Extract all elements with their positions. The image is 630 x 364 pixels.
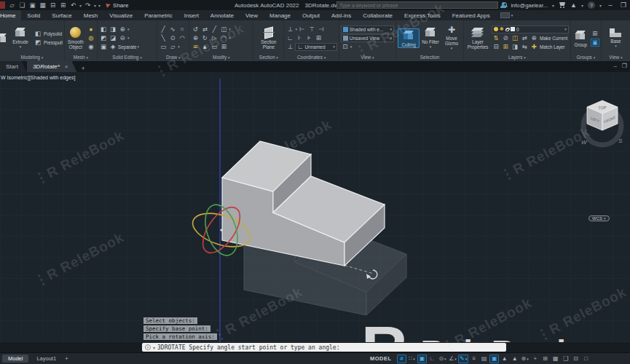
tab-express-tools[interactable]: Express Tools	[398, 10, 446, 20]
undo-icon[interactable]: ↶	[69, 1, 77, 9]
line-tool-icon[interactable]: ╱	[159, 25, 168, 33]
arc-tool-icon[interactable]: ◠	[178, 34, 186, 42]
panel-label-modify[interactable]: Modify ▾	[189, 54, 253, 61]
plot-icon[interactable]: ⊟	[49, 1, 57, 9]
dynamic-input-icon[interactable]: ▣	[417, 355, 427, 363]
ucs-tool-icon[interactable]: ⊧	[304, 34, 313, 42]
tab-add-ins[interactable]: Add-ins	[326, 10, 357, 20]
command-prompt-text[interactable]: 3DROTATE Specify angle start point or ty…	[157, 344, 339, 351]
modify-dropdown-icon[interactable]: ▾	[229, 36, 231, 40]
draw-dropdown-icon[interactable]: ▾	[178, 44, 180, 49]
panel-label-layers[interactable]: Layers ▾	[464, 54, 570, 61]
tab-surface[interactable]: Surface	[46, 10, 78, 20]
section-plane-button[interactable]: Section Plane	[256, 27, 282, 50]
isometric-drafting-icon[interactable]: ∠▾	[448, 355, 457, 363]
layer-tool-icon[interactable]: ⇆	[520, 43, 529, 51]
modify-tool-icon[interactable]: ↺	[191, 25, 200, 33]
tab-solid[interactable]: Solid	[21, 10, 46, 20]
panel-label-selection[interactable]: Selection	[396, 54, 463, 61]
layer-tool-icon[interactable]: ⇄	[520, 34, 529, 42]
restore-button[interactable]: ❐	[619, 1, 628, 9]
account-name[interactable]: info@gaelear...	[511, 2, 548, 9]
polysolid-button[interactable]: ◧ Polysolid	[34, 30, 63, 38]
tab-visualize[interactable]: Visualize	[103, 10, 138, 20]
draw-tool-icon[interactable]: ▱	[168, 43, 177, 51]
modify-tool-icon[interactable]: ▷	[210, 34, 218, 42]
ucs-tool-icon[interactable]: ∟	[286, 34, 294, 42]
isolate-objects-icon[interactable]: ❑	[561, 355, 570, 363]
smooth-object-button[interactable]: Smooth Object	[66, 26, 85, 50]
extrude-button[interactable]: Extrude ▾	[9, 26, 32, 50]
draw-tool-icon[interactable]: ╲	[159, 34, 168, 42]
redo-icon[interactable]: ↷	[84, 1, 92, 9]
viewport-config-dropdown-icon[interactable]: ▾	[350, 44, 353, 49]
panel-label-modeling[interactable]: Modeling ▾	[0, 54, 64, 61]
redo-dropdown-icon[interactable]: ▾	[94, 3, 96, 8]
units-icon[interactable]: ⊞	[540, 355, 550, 363]
model-space-tab[interactable]: Model	[2, 355, 28, 363]
viewport-config-icon[interactable]: ⊡	[341, 43, 350, 51]
graphics-performance-icon[interactable]: ⊡	[571, 355, 580, 363]
visual-style-dropdown[interactable]: Shaded with e... ▾	[341, 25, 394, 33]
tab-view[interactable]: View	[240, 10, 264, 20]
annotation-visibility-icon[interactable]: ▲	[500, 355, 509, 363]
ucs-tool-icon[interactable]: ⊦	[295, 34, 304, 42]
qat-customize-icon[interactable]: ▾	[98, 3, 101, 8]
panel-label-view-left[interactable]: View ▾	[339, 54, 395, 61]
group-button[interactable]: Group	[572, 29, 589, 47]
drawing-viewport[interactable]: W Isometric][Shaded with edges]	[0, 72, 630, 342]
clean-screen-icon[interactable]: □	[581, 355, 591, 363]
help-icon[interactable]: ?	[588, 1, 595, 9]
undo-dropdown-icon[interactable]: ▾	[79, 3, 82, 8]
panel-label-solid-editing[interactable]: Solid Editing ▾	[98, 54, 157, 61]
account-dropdown-icon[interactable]: ▾	[552, 3, 554, 8]
file-tab-start[interactable]: Start	[0, 61, 27, 72]
no-filter-button[interactable]: No Filter ▾	[420, 26, 441, 50]
share-button[interactable]: Share	[106, 2, 128, 9]
save-icon[interactable]: ▣	[28, 1, 36, 9]
search-input[interactable]	[337, 3, 497, 8]
ucs-name-dropdown[interactable]: ∟ Unnamed ▾	[295, 43, 336, 51]
tab-manage[interactable]: Manage	[264, 10, 296, 20]
tab-output[interactable]: Output	[296, 10, 326, 20]
solid-edit-icon[interactable]: ◪	[109, 34, 117, 42]
ortho-mode-icon[interactable]: ∟	[428, 355, 437, 363]
layer-tool-icon[interactable]: ⇅	[492, 34, 500, 42]
tab-parametric[interactable]: Parametric	[138, 10, 178, 20]
layer-dropdown[interactable]: ✱ 0 ▾	[492, 25, 569, 33]
tab-mesh[interactable]: Mesh	[78, 10, 104, 20]
panel-label-mesh[interactable]: Mesh ▾	[65, 54, 97, 61]
solid-edit-icon[interactable]: ◧	[99, 25, 108, 33]
new-file-icon[interactable]: ▱	[8, 1, 16, 9]
modify-tool-icon[interactable]: ▭	[210, 43, 218, 51]
separate-button[interactable]: ▣ ◈ Separate ▾	[99, 43, 139, 51]
tab-annotate[interactable]: Annotate	[205, 10, 240, 20]
draw-tool-icon[interactable]: ⊙	[168, 34, 177, 42]
modify-tool-icon[interactable]: ⊞	[219, 43, 228, 51]
modify-tool-icon[interactable]: ╱	[210, 25, 218, 33]
layer-tool-icon[interactable]: ⊟	[492, 43, 500, 51]
solid-edit-icon[interactable]: ◨	[109, 25, 117, 33]
make-current-button[interactable]: ⊕ Make Current	[529, 34, 567, 42]
modify-tool-icon[interactable]: ▲	[200, 43, 209, 51]
print-icon[interactable]: ⊞	[59, 1, 67, 9]
cart-icon[interactable]	[559, 2, 566, 8]
ucs-tool-icon[interactable]: ⊣	[317, 25, 326, 33]
tab-featured-apps[interactable]: Featured Apps	[446, 10, 496, 20]
modify-tool-icon[interactable]: ◫	[219, 25, 228, 33]
named-view-dropdown[interactable]: Unsaved View ▾	[341, 34, 394, 42]
new-drawing-tab-icon[interactable]: +	[82, 65, 85, 72]
tab-insert[interactable]: Insert	[178, 10, 205, 20]
command-recent-dropdown-icon[interactable]: ▾	[153, 345, 155, 350]
solid-edit-icon[interactable]: ◩	[99, 34, 108, 42]
modify-tool-icon[interactable]: ⇄	[200, 25, 209, 33]
layer-tool-icon[interactable]: ⊘	[501, 34, 510, 42]
ucs-tool-icon[interactable]: ⊥	[286, 25, 294, 33]
wcs-dropdown[interactable]: WCS ▾	[588, 215, 610, 221]
application-menu-icon[interactable]	[0, 1, 5, 9]
annotation-monitor-icon[interactable]: +	[530, 355, 540, 363]
selection-cycling-icon[interactable]: ▣	[489, 355, 499, 363]
layer-properties-button[interactable]: Layer Properties	[465, 27, 490, 50]
snap-mode-icon[interactable]: ∷▾	[407, 355, 417, 363]
modify-dropdown-icon[interactable]: ▾	[229, 27, 231, 31]
